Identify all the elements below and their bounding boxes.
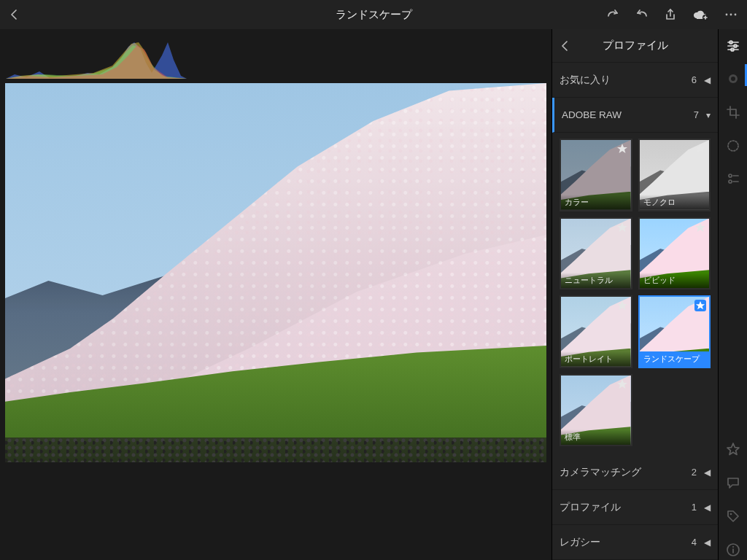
section-count: 2	[692, 467, 697, 478]
histogram[interactable]	[6, 38, 187, 79]
panel-back-icon[interactable]	[560, 39, 570, 52]
star-icon[interactable]	[616, 222, 628, 233]
rate-star-icon[interactable]	[726, 442, 740, 459]
svg-marker-11	[695, 222, 705, 232]
svg-point-1	[726, 14, 728, 16]
svg-point-32	[732, 546, 734, 548]
section-profile[interactable]: プロファイル 1 ◀	[552, 490, 718, 525]
section-label: お気に入り	[560, 74, 611, 87]
main-photo[interactable]	[5, 83, 546, 462]
svg-point-3	[735, 14, 737, 16]
svg-point-29	[729, 513, 732, 516]
svg-marker-9	[695, 144, 705, 153]
svg-point-26	[729, 180, 732, 183]
profile-grid: カラー モノクロ ニュートラル ビビッド ポートレイト	[552, 133, 718, 455]
svg-marker-14	[617, 379, 627, 389]
profile-label: ランドスケープ	[640, 351, 710, 367]
svg-marker-13	[696, 301, 705, 309]
star-icon[interactable]	[694, 222, 706, 233]
svg-marker-8	[617, 144, 627, 153]
profile-thumb-color[interactable]: カラー	[560, 139, 632, 211]
section-count: 6	[692, 74, 697, 85]
back-icon[interactable]	[9, 8, 19, 21]
section-label: カメラマッチング	[560, 466, 641, 479]
info-icon[interactable]	[726, 542, 740, 560]
section-adobe-raw[interactable]: ADOBE RAW 7 ▾	[552, 98, 718, 133]
more-icon[interactable]	[724, 8, 738, 21]
star-icon[interactable]	[616, 143, 628, 155]
masking-icon[interactable]	[726, 139, 740, 156]
tool-rail	[718, 29, 747, 560]
svg-point-23	[728, 141, 738, 151]
profile-label: モノクロ	[640, 195, 710, 210]
chevron-left-icon: ◀	[704, 537, 711, 548]
section-label: プロファイル	[560, 501, 621, 514]
profile-thumb-portrait[interactable]: ポートレイト	[560, 295, 632, 368]
section-count: 7	[694, 109, 699, 120]
comments-icon[interactable]	[726, 475, 740, 493]
star-icon[interactable]	[694, 300, 706, 311]
chevron-left-icon: ◀	[704, 502, 711, 513]
profile-thumb-landscape[interactable]: ランドスケープ	[638, 295, 711, 368]
crop-icon[interactable]	[726, 105, 740, 122]
app-topbar: ランドスケープ	[0, 0, 747, 29]
profile-label: ビビッド	[640, 273, 710, 288]
chevron-down-icon: ▾	[706, 110, 711, 120]
section-count: 4	[692, 537, 697, 548]
share-icon[interactable]	[664, 8, 677, 21]
svg-marker-12	[617, 300, 627, 310]
panel-header: プロファイル	[552, 29, 718, 63]
star-icon[interactable]	[694, 143, 706, 155]
profile-thumb-vivid[interactable]: ビビッド	[638, 217, 711, 290]
editor-canvas-area	[0, 29, 551, 560]
presets-icon[interactable]	[726, 172, 740, 188]
profile-thumb-mono[interactable]: モノクロ	[638, 139, 711, 211]
section-label: ADOBE RAW	[562, 109, 622, 120]
healing-icon[interactable]	[726, 71, 740, 89]
tag-icon[interactable]	[726, 509, 740, 526]
panel-title: プロファイル	[552, 39, 718, 52]
svg-point-22	[731, 77, 735, 81]
profile-label: ニュートラル	[561, 273, 631, 288]
profile-label: ポートレイト	[561, 351, 631, 367]
undo-icon[interactable]	[635, 9, 649, 20]
section-count: 1	[692, 502, 697, 513]
svg-point-24	[729, 174, 732, 177]
chevron-left-icon: ◀	[704, 467, 711, 478]
star-icon[interactable]	[616, 378, 628, 390]
profile-thumb-standard[interactable]: 標準	[560, 374, 632, 447]
profile-label: カラー	[561, 195, 631, 210]
section-camera-matching[interactable]: カメラマッチング 2 ◀	[552, 455, 718, 490]
histogram-area	[0, 29, 551, 79]
svg-marker-10	[617, 222, 627, 232]
profile-label: 標準	[561, 429, 631, 445]
section-legacy[interactable]: レガシー 4 ◀	[552, 525, 718, 560]
section-favorites[interactable]: お気に入り 6 ◀	[552, 63, 718, 98]
svg-point-2	[730, 14, 732, 16]
adjust-sliders-icon[interactable]	[726, 39, 740, 55]
section-label: レガシー	[560, 536, 600, 549]
chevron-left-icon: ◀	[704, 75, 711, 85]
profile-thumb-neutral[interactable]: ニュートラル	[560, 217, 632, 290]
redo-icon[interactable]	[605, 9, 620, 20]
profile-panel: プロファイル お気に入り 6 ◀ ADOBE RAW 7 ▾ カラー モノクロ	[551, 29, 718, 560]
cloud-sync-icon[interactable]	[692, 8, 709, 21]
svg-marker-28	[727, 443, 739, 455]
star-icon[interactable]	[616, 300, 628, 311]
